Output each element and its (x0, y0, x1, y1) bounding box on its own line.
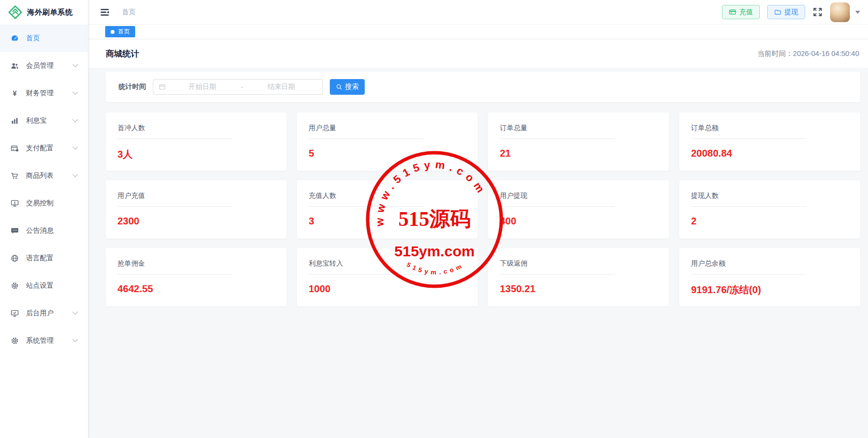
end-date-placeholder[interactable]: 结束日期 (245, 82, 318, 91)
users-icon (10, 61, 19, 70)
sidebar-item-users[interactable]: 会员管理 (0, 52, 88, 80)
sidebar-item-message[interactable]: 公告消息 (0, 217, 88, 245)
sidebar: 海外刷单系统 首页会员管理财务管理利息宝支付配置商品列表交易控制公告消息语言配置… (0, 0, 88, 438)
sidebar-item-chart[interactable]: 利息宝 (0, 107, 88, 135)
sidebar-item-payment[interactable]: 支付配置 (0, 135, 88, 162)
stat-label: 订单总量 (500, 124, 657, 133)
stat-value: 2 (691, 216, 848, 227)
tab-dot-icon (111, 30, 115, 34)
stat-card: 用户充值2300 (106, 180, 287, 239)
sidebar-item-dashboard[interactable]: 首页 (0, 25, 88, 52)
sidebar-item-label: 公告消息 (26, 226, 54, 235)
stat-label: 抢单佣金 (117, 259, 275, 268)
chevron-down-icon (72, 62, 78, 67)
sidebar-item-label: 后台用户 (26, 309, 54, 318)
search-button-label: 搜索 (345, 82, 359, 91)
chevron-down-icon[interactable] (855, 11, 860, 14)
divider (691, 206, 806, 207)
divider (309, 206, 424, 207)
stat-card: 抢单佣金4642.55 (106, 248, 287, 306)
sidebar-item-label: 利息宝 (26, 116, 47, 125)
divider (309, 274, 424, 274)
sidebar-item-label: 系统管理 (26, 336, 54, 345)
yen-icon (10, 89, 19, 98)
sidebar-item-yen[interactable]: 财务管理 (0, 80, 88, 107)
stat-value: 3 (309, 216, 466, 227)
sidebar-menu: 首页会员管理财务管理利息宝支付配置商品列表交易控制公告消息语言配置站点设置后台用… (0, 25, 88, 355)
sidebar-item-monitor[interactable]: 交易控制 (0, 190, 88, 217)
stat-card: 订单总量21 (488, 112, 669, 171)
stat-value: 1350.21 (500, 283, 657, 295)
divider (691, 274, 806, 274)
breadcrumb[interactable]: 首页 (122, 8, 136, 17)
app-logo-icon (8, 5, 23, 20)
message-icon (10, 226, 19, 235)
gear-icon (10, 281, 19, 290)
stat-value: 1000 (309, 283, 466, 295)
collapse-menu-icon[interactable] (99, 7, 110, 18)
sidebar-item-admin[interactable]: 后台用户 (0, 300, 88, 327)
sidebar-item-cart[interactable]: 商品列表 (0, 162, 88, 190)
start-date-placeholder[interactable]: 开始日期 (166, 82, 239, 91)
tab-home[interactable]: 首页 (105, 26, 135, 37)
stat-card: 用户总余额9191.76/冻结(0) (679, 248, 860, 306)
sidebar-item-label: 商品列表 (26, 171, 54, 180)
stat-value: 2300 (117, 216, 275, 227)
sidebar-item-gear[interactable]: 站点设置 (0, 272, 88, 300)
navbar-actions: 充值 提现 (722, 2, 860, 22)
stat-card: 充值人数3 (297, 180, 478, 239)
chevron-down-icon (72, 117, 78, 122)
stat-label: 用户总余额 (691, 259, 848, 268)
stat-value: 5 (309, 148, 466, 159)
monitor-icon (10, 199, 19, 208)
app-title: 海外刷单系统 (27, 8, 73, 17)
stats-grid: 首冲人数3人用户总量5订单总量21订单总额20080.84用户充值2300充值人… (106, 112, 860, 306)
date-separator: - (239, 83, 245, 91)
chevron-down-icon (72, 144, 78, 150)
stat-card: 首冲人数3人 (106, 112, 287, 171)
chevron-down-icon (72, 337, 78, 342)
recharge-button[interactable]: 充值 (722, 5, 760, 19)
app-logo: 海外刷单系统 (0, 0, 88, 25)
recharge-button-label: 充值 (739, 8, 753, 17)
filter-panel: 统计时间 开始日期 - 结束日期 搜索 (106, 72, 860, 102)
withdraw-button[interactable]: 提现 (767, 5, 805, 19)
divider (500, 206, 615, 207)
sidebar-item-label: 首页 (26, 34, 40, 43)
search-button[interactable]: 搜索 (330, 79, 365, 95)
globe-icon (10, 254, 19, 263)
search-icon (336, 83, 343, 90)
stat-value: 400 (500, 216, 657, 227)
payment-icon (10, 144, 19, 153)
chart-icon (10, 116, 19, 125)
fullscreen-icon[interactable] (812, 7, 823, 17)
chevron-down-icon (72, 172, 78, 177)
stat-label: 订单总额 (691, 124, 848, 133)
stat-label: 用户提现 (500, 192, 657, 200)
dashboard-icon (10, 34, 19, 43)
stat-value: 4642.55 (117, 283, 275, 295)
stat-card: 利息宝转入1000 (297, 248, 478, 306)
sidebar-item-label: 语言配置 (26, 254, 54, 263)
stat-card: 提现人数2 (679, 180, 860, 239)
settings-icon (10, 336, 19, 345)
stat-label: 利息宝转入 (309, 259, 466, 268)
sidebar-item-label: 站点设置 (26, 281, 54, 290)
date-range-input[interactable]: 开始日期 - 结束日期 (153, 79, 323, 95)
stat-label: 首冲人数 (117, 124, 275, 133)
cart-icon (10, 171, 19, 180)
divider (500, 138, 615, 139)
stat-label: 下级返佣 (500, 259, 657, 268)
stat-label: 用户充值 (117, 192, 275, 200)
divider (500, 274, 615, 274)
sidebar-item-globe[interactable]: 语言配置 (0, 245, 88, 272)
current-time: 当前时间：2026-04-16 04:50:40 (757, 49, 859, 58)
divider (117, 138, 232, 139)
sidebar-item-settings[interactable]: 系统管理 (0, 327, 88, 355)
user-avatar[interactable] (830, 2, 850, 22)
top-navbar: 首页 充值 提现 (88, 0, 868, 25)
card-icon (729, 8, 736, 16)
sidebar-item-label: 支付配置 (26, 144, 54, 153)
stat-label: 充值人数 (309, 192, 466, 200)
stat-label: 提现人数 (691, 192, 848, 200)
